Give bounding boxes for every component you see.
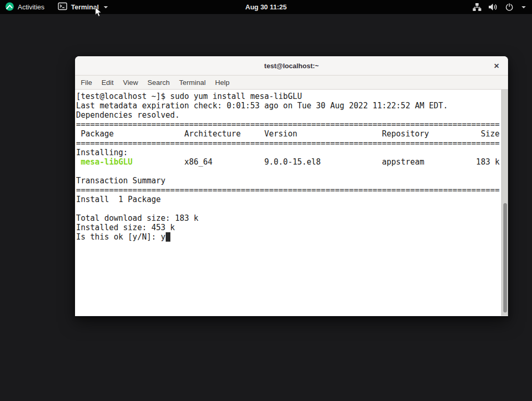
terminal-line: Last metadata expiration check: 0:01:53 …: [76, 101, 508, 110]
terminal-line: mesa-libGLU x86_64 9.0.0-15.el8 appstrea…: [76, 157, 508, 167]
terminal-line: Installing:: [76, 148, 508, 157]
terminal-line: [76, 204, 508, 214]
terminal-line: ========================================…: [76, 120, 508, 129]
terminal-line: Total download size: 183 k: [76, 214, 508, 223]
terminal-app-icon: [58, 2, 67, 12]
system-status-area[interactable]: [466, 0, 532, 14]
terminal-line: Transaction Summary: [76, 176, 508, 185]
terminal-line: Install 1 Package: [76, 195, 508, 204]
menu-item-edit[interactable]: Edit: [97, 76, 118, 89]
rocky-logo-icon: [5, 2, 14, 12]
terminal-line: Is this ok [y/N]: y: [76, 232, 508, 242]
menu-item-terminal[interactable]: Terminal: [175, 76, 211, 89]
terminal-line: Dependencies resolved.: [76, 110, 508, 120]
terminal-line: ========================================…: [76, 185, 508, 195]
caret-down-icon: [104, 6, 108, 8]
mouse-pointer-icon: [95, 7, 103, 20]
activities-label: Activities: [18, 3, 44, 11]
activities-button[interactable]: Activities: [0, 0, 50, 14]
network-wired-icon: [473, 3, 481, 11]
terminal-line: ========================================…: [76, 139, 508, 148]
menu-item-view[interactable]: View: [118, 76, 143, 89]
menu-bar: FileEditViewSearchTerminalHelp: [75, 76, 508, 90]
terminal-output: [test@localhost ~]$ sudo yum install mes…: [76, 92, 508, 242]
menu-item-search[interactable]: Search: [143, 76, 175, 89]
titlebar[interactable]: test@localhost:~ ×: [75, 56, 508, 76]
window-title: test@localhost:~: [264, 62, 319, 70]
scrollbar-thumb[interactable]: [503, 203, 507, 312]
terminal-line: [test@localhost ~]$ sudo yum install mes…: [76, 92, 508, 101]
terminal-line: Package Architecture Version Repository …: [76, 129, 508, 139]
scrollbar[interactable]: [501, 90, 508, 316]
terminal-line: [76, 167, 508, 176]
power-icon: [505, 3, 514, 11]
app-menu-terminal[interactable]: Terminal: [53, 0, 113, 14]
terminal-content[interactable]: [test@localhost ~]$ sudo yum install mes…: [75, 90, 508, 316]
menu-item-file[interactable]: File: [76, 76, 97, 89]
terminal-line: Installed size: 453 k: [76, 223, 508, 232]
volume-icon: [488, 3, 498, 11]
menu-item-help[interactable]: Help: [211, 76, 234, 89]
terminal-window: test@localhost:~ × FileEditViewSearchTer…: [75, 56, 508, 316]
caret-down-icon: [522, 6, 526, 8]
close-button[interactable]: ×: [489, 56, 504, 76]
top-bar: Activities Terminal Aug 30 11:25: [0, 0, 532, 14]
